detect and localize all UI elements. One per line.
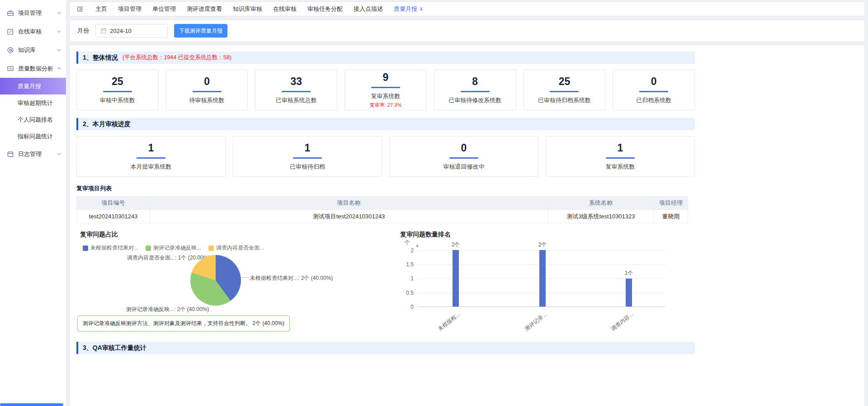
chevron-down-icon — [57, 29, 61, 33]
cell-system-name: 测试3级系统test10301323 — [548, 210, 654, 223]
tab-bar: 主页 项目管理 单位管理 测评进度查看 知识库审核 在线审核 审核任务分配 接入… — [70, 2, 864, 16]
col-header-project-no: 项目编号 — [77, 197, 150, 210]
x-axis-label: 未根据检... — [436, 311, 462, 333]
month-value: 2024-10 — [110, 28, 132, 34]
bar-value-label: 2个 — [538, 241, 547, 249]
review-table-title: 复审项目列表 — [76, 184, 695, 193]
y-tick: 0 — [410, 304, 414, 310]
y-tick: 0.5 — [406, 290, 414, 296]
main-area: 主页 项目管理 单位管理 测评进度查看 知识库审核 在线审核 审核任务分配 接入… — [66, 0, 868, 406]
stat-value: 25 — [559, 76, 571, 88]
stat-card-reviewed-total: 33 已审核系统总数 — [255, 70, 337, 110]
bar-chart-panel: 复审问题数量排名 个 2 1.5 1 0.5 0 — [396, 231, 681, 334]
stat-underline — [371, 87, 400, 88]
stat-label: 已审核待归档系统数 — [538, 96, 591, 104]
sidebar-subitem-personal-issue-ranking[interactable]: 个人问题排名 — [0, 111, 66, 128]
legend-item[interactable]: 调查内容是否全面... — [208, 244, 264, 252]
pie-chart-title: 复审问题占比 — [80, 231, 118, 239]
tab-knowledge-review[interactable]: 知识库审核 — [227, 5, 268, 13]
stat-value: 0 — [204, 76, 210, 88]
tab-project-management[interactable]: 项目管理 — [113, 5, 147, 13]
table-row[interactable]: test202410301243 测试项目test202410301243 测试… — [77, 210, 688, 223]
month-cards-row: 1 本月提审系统数 1 已审核待归档 0 审核退回修改中 1 复 — [76, 136, 695, 177]
pie-label-record: 测评记录准确反映...: 2个 (40.00%) — [126, 306, 209, 313]
legend-item[interactable]: 测评记录准确反映... — [146, 244, 201, 252]
stat-label: 已审核系统总数 — [276, 96, 317, 104]
bar[interactable] — [453, 250, 459, 307]
pie-chart[interactable] — [190, 255, 241, 306]
bar-group: 2个 — [447, 241, 465, 307]
stat-underline — [293, 157, 322, 159]
stat-underline — [639, 91, 668, 92]
pie-leader-line — [242, 277, 249, 278]
sidebar-subitem-review-overdue-stats[interactable]: 审核超期统计 — [0, 94, 66, 111]
bar-value-label: 2个 — [452, 241, 460, 249]
chevron-down-icon — [57, 47, 61, 51]
stat-value: 8 — [472, 76, 478, 88]
stat-card-archived: 0 已归档系统数 — [613, 70, 695, 110]
sidebar-item-online-review[interactable]: 在线审核 — [0, 22, 66, 41]
sidebar: 项目管理 在线审核 知识库 质量数据分析 质量月报 审核超期统计 个人问题排名 — [0, 0, 66, 406]
stat-value: 1 — [148, 142, 154, 154]
horizontal-scrollbar-thumb[interactable] — [0, 403, 63, 406]
section-title: 3、QA审核工作量统计 — [83, 344, 146, 352]
stat-value: 25 — [112, 76, 123, 88]
tab-unit-management[interactable]: 单位管理 — [147, 5, 181, 13]
sidebar-item-knowledge-base[interactable]: 知识库 — [0, 41, 66, 59]
bar[interactable] — [539, 250, 546, 307]
stat-label: 已归档系统数 — [636, 96, 671, 104]
y-axis-arrow-icon — [416, 244, 419, 247]
section-header-overview: 1、整体情况 (平台系统总数：1944 已提交系统总数：58) — [76, 52, 695, 64]
edit-icon — [7, 28, 14, 35]
legend-swatch — [83, 245, 88, 251]
tab-close-icon[interactable]: X — [420, 6, 423, 12]
stat-card-month-returned: 0 审核退回修改中 — [389, 136, 538, 177]
sidebar-subitem-indicator-issue-stats[interactable]: 指标问题统计 — [0, 128, 66, 145]
overview-cards-row: 25 审核中系统数 0 待审核系统数 33 已审核系统总数 9 — [76, 70, 695, 110]
stat-label: 本月提审系统数 — [131, 163, 172, 171]
section-subtitle: (平台系统总数：1944 已提交系统总数：58) — [123, 54, 231, 61]
y-axis-unit-label: 个 — [405, 239, 410, 246]
tab-quality-monthly-report[interactable]: 质量月报 X — [388, 5, 428, 13]
tab-progress-view[interactable]: 测评进度查看 — [181, 5, 227, 13]
menu-collapse-icon[interactable] — [76, 5, 84, 13]
stat-label: 审核退回修改中 — [443, 163, 485, 171]
pie-legend: 未根据检查结果对... 测评记录准确反映... 调查内容是否全面... — [83, 244, 264, 252]
stat-card-re-review: 9 复审系统数 复审率: 27.3% — [344, 70, 427, 110]
stat-value: 1 — [305, 142, 311, 154]
legend-swatch — [146, 245, 151, 251]
sidebar-item-quality-data-analysis[interactable]: 质量数据分析 — [0, 59, 66, 78]
stat-underline — [550, 91, 579, 92]
sidebar-subitem-quality-monthly-report[interactable]: 质量月报 — [0, 78, 66, 94]
stat-extra-rate: 复审率: 27.3% — [370, 102, 401, 109]
pie-tooltip: 测评记录准确反映测评方法、测评对象及测评结果，支持符合性判断。 2个 (40.0… — [77, 316, 290, 331]
calendar-icon — [100, 28, 107, 34]
chevron-down-icon — [57, 151, 61, 155]
chart-board-icon — [7, 65, 14, 72]
sidebar-item-log-management[interactable]: 日志管理 — [0, 145, 66, 163]
tab-online-review[interactable]: 在线审核 — [268, 5, 302, 13]
sidebar-item-label: 知识库 — [18, 46, 36, 54]
month-picker-input[interactable]: 2024-10 — [95, 24, 168, 38]
month-label: 月份 — [77, 27, 89, 35]
col-header-project-name: 项目名称 — [150, 197, 548, 210]
stat-label: 复审系统数 — [606, 163, 635, 171]
tab-review-task-assign[interactable]: 审核任务分配 — [302, 5, 348, 13]
sidebar-item-project-management[interactable]: 项目管理 — [0, 4, 66, 22]
report-content-card: 1、整体情况 (平台系统总数：1944 已提交系统总数：58) 25 审核中系统… — [70, 45, 864, 406]
download-report-button[interactable]: 下载测评质量月报 — [174, 24, 227, 38]
stat-underline — [606, 157, 635, 159]
y-tick: 2 — [410, 247, 414, 254]
bar[interactable] — [626, 279, 632, 307]
cell-project-name: 测试项目test202410301243 — [150, 210, 548, 223]
legend-item[interactable]: 未根据检查结果对... — [83, 244, 138, 252]
stat-underline — [137, 157, 165, 159]
tab-access-point-desc[interactable]: 接入点描述 — [348, 5, 388, 13]
section-header-month-progress: 2、本月审核进度 — [76, 118, 695, 130]
tab-home[interactable]: 主页 — [90, 5, 113, 13]
legend-swatch — [208, 245, 214, 251]
pie-label-survey: 调查内容是否全面...: 1个 (20.00%) — [127, 254, 210, 262]
charts-row: 复审问题占比 未根据检查结果对... 测评记录准确反映... 调查内容是否 — [76, 231, 695, 334]
briefcase-icon — [7, 9, 14, 17]
sidebar-item-label: 日志管理 — [18, 150, 42, 158]
